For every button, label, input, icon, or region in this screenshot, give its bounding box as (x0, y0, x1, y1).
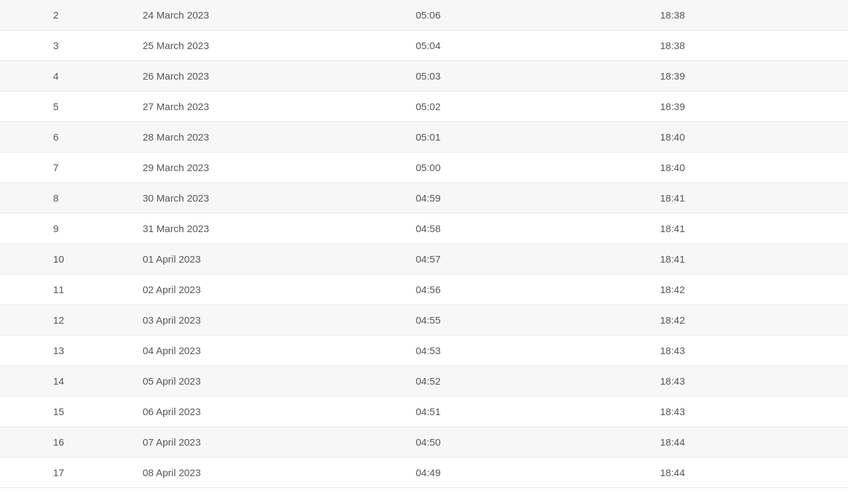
row-sunset: 18:41 (647, 183, 848, 214)
row-sunset: 18:44 (647, 427, 848, 458)
row-number: 9 (0, 214, 129, 244)
row-sunrise: 05:00 (402, 153, 646, 183)
row-sunset: 18:42 (647, 305, 848, 336)
table-row: 1405 April 202304:5218:43 (0, 366, 848, 397)
row-number: 12 (0, 305, 129, 336)
table-row: 1304 April 202304:5318:43 (0, 336, 848, 366)
row-number: 4 (0, 61, 129, 92)
row-date: 03 April 2023 (129, 305, 403, 336)
row-sunrise: 05:02 (402, 92, 646, 122)
table-row: 729 March 202305:0018:40 (0, 153, 848, 183)
row-number: 15 (0, 397, 129, 427)
table-row: 1607 April 202304:5018:44 (0, 427, 848, 458)
table-row: 830 March 202304:5918:41 (0, 183, 848, 214)
row-date: 28 March 2023 (129, 122, 403, 153)
table-row: 426 March 202305:0318:39 (0, 61, 848, 92)
row-date: 24 March 2023 (129, 0, 403, 31)
table-row: 1102 April 202304:5618:42 (0, 275, 848, 305)
row-date: 04 April 2023 (129, 336, 403, 366)
row-number: 11 (0, 275, 129, 305)
sunrise-sunset-table: 224 March 202305:0618:38325 March 202305… (0, 0, 848, 488)
row-number: 7 (0, 153, 129, 183)
row-sunrise: 05:04 (402, 31, 646, 61)
row-number: 16 (0, 427, 129, 458)
row-date: 31 March 2023 (129, 214, 403, 244)
row-sunrise: 04:53 (402, 336, 646, 366)
table-row: 224 March 202305:0618:38 (0, 0, 848, 31)
row-date: 29 March 2023 (129, 153, 403, 183)
row-date: 01 April 2023 (129, 244, 403, 275)
row-number: 6 (0, 122, 129, 153)
table-row: 1506 April 202304:5118:43 (0, 397, 848, 427)
row-sunrise: 04:58 (402, 214, 646, 244)
row-number: 17 (0, 458, 129, 488)
row-sunrise: 04:51 (402, 397, 646, 427)
row-date: 27 March 2023 (129, 92, 403, 122)
row-number: 2 (0, 0, 129, 31)
row-sunset: 18:43 (647, 366, 848, 397)
row-sunset: 18:41 (647, 244, 848, 275)
main-container: 224 March 202305:0618:38325 March 202305… (0, 0, 848, 504)
row-sunrise: 04:49 (402, 458, 646, 488)
row-sunrise: 04:57 (402, 244, 646, 275)
row-date: 07 April 2023 (129, 427, 403, 458)
table-row: 1708 April 202304:4918:44 (0, 458, 848, 488)
row-sunset: 18:43 (647, 397, 848, 427)
row-number: 3 (0, 31, 129, 61)
table-row: 325 March 202305:0418:38 (0, 31, 848, 61)
row-date: 08 April 2023 (129, 458, 403, 488)
row-date: 25 March 2023 (129, 31, 403, 61)
row-number: 10 (0, 244, 129, 275)
row-number: 8 (0, 183, 129, 214)
row-sunset: 18:40 (647, 122, 848, 153)
row-sunrise: 04:59 (402, 183, 646, 214)
table-row: 1001 April 202304:5718:41 (0, 244, 848, 275)
row-sunset: 18:43 (647, 336, 848, 366)
row-number: 14 (0, 366, 129, 397)
table-row: 1203 April 202304:5518:42 (0, 305, 848, 336)
row-sunrise: 04:52 (402, 366, 646, 397)
row-date: 02 April 2023 (129, 275, 403, 305)
row-sunset: 18:42 (647, 275, 848, 305)
row-sunset: 18:40 (647, 153, 848, 183)
table-row: 527 March 202305:0218:39 (0, 92, 848, 122)
row-date: 26 March 2023 (129, 61, 403, 92)
row-sunrise: 04:55 (402, 305, 646, 336)
row-sunrise: 05:03 (402, 61, 646, 92)
row-date: 05 April 2023 (129, 366, 403, 397)
row-date: 30 March 2023 (129, 183, 403, 214)
row-sunset: 18:44 (647, 458, 848, 488)
row-sunrise: 04:50 (402, 427, 646, 458)
row-sunset: 18:41 (647, 214, 848, 244)
row-sunset: 18:39 (647, 92, 848, 122)
row-sunset: 18:39 (647, 61, 848, 92)
row-date: 06 April 2023 (129, 397, 403, 427)
table-row: 931 March 202304:5818:41 (0, 214, 848, 244)
table-row: 628 March 202305:0118:40 (0, 122, 848, 153)
row-sunrise: 04:56 (402, 275, 646, 305)
row-sunset: 18:38 (647, 0, 848, 31)
row-number: 5 (0, 92, 129, 122)
row-sunrise: 05:01 (402, 122, 646, 153)
row-sunset: 18:38 (647, 31, 848, 61)
row-number: 13 (0, 336, 129, 366)
row-sunrise: 05:06 (402, 0, 646, 31)
